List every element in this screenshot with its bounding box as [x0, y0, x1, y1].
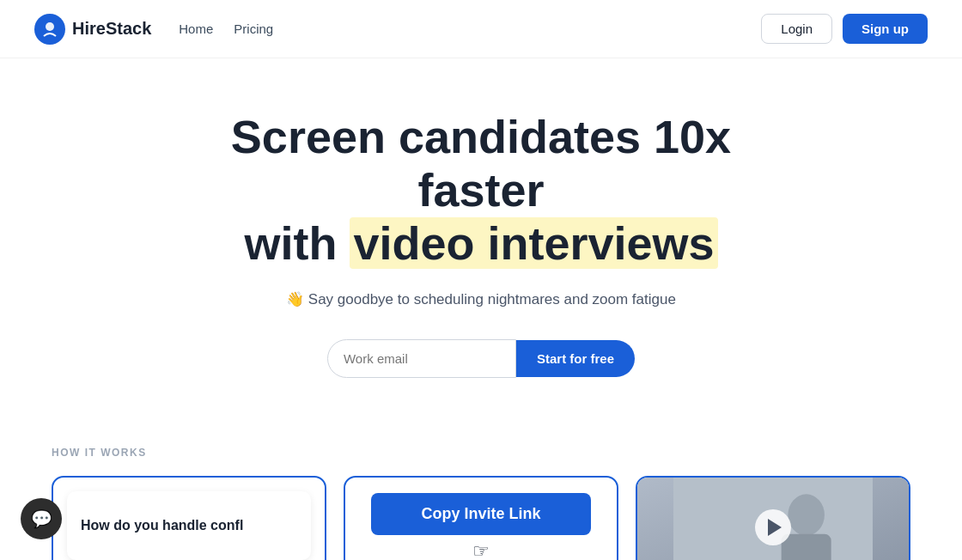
signup-button[interactable]: Sign up: [843, 14, 928, 44]
cursor-icon: ☞: [472, 540, 490, 560]
nav-links: Home Pricing: [179, 21, 273, 36]
hero-title-line1: Screen candidates 10x faster: [231, 111, 731, 216]
logo[interactable]: HireStack: [34, 14, 151, 45]
hero-cta: Start for free: [327, 339, 635, 378]
copy-invite-link-button[interactable]: Copy Invite Link: [371, 493, 591, 535]
cards-row: How do you handle confl Copy Invite Link…: [52, 476, 910, 560]
svg-point-0: [46, 22, 54, 31]
hero-subtitle: 👋 Say goodbye to scheduling nightmares a…: [286, 290, 676, 308]
play-button[interactable]: [755, 509, 791, 545]
nav-link-home[interactable]: Home: [179, 21, 213, 36]
card-invite-center: Copy Invite Link ☞: [345, 478, 617, 560]
logo-icon: [34, 14, 65, 45]
card-video-content: [637, 478, 909, 560]
hero-emoji: 👋: [286, 291, 304, 307]
hero-title: Screen candidates 10x faster with video …: [180, 110, 782, 270]
card-question-inner: How do you handle confl: [67, 491, 311, 560]
chat-icon: 💬: [31, 508, 52, 529]
navbar: HireStack Home Pricing Login Sign up: [0, 0, 962, 58]
hero-title-line2-plain: with: [244, 217, 350, 269]
svg-point-2: [788, 495, 825, 536]
login-button[interactable]: Login: [761, 14, 832, 44]
email-input[interactable]: [327, 339, 516, 378]
hero-subtitle-text: Say goodbye to scheduling nightmares and…: [304, 291, 676, 307]
hero-title-highlight: video interviews: [350, 217, 717, 269]
card-question: How do you handle confl: [52, 476, 326, 560]
play-icon: [768, 519, 782, 536]
section-label: HOW IT WORKS: [52, 447, 910, 459]
card-question-text: How do you handle confl: [81, 518, 243, 533]
card-video: [636, 476, 910, 560]
hero-section: Screen candidates 10x faster with video …: [0, 58, 962, 412]
nav-link-pricing[interactable]: Pricing: [234, 21, 273, 36]
how-it-works-section: HOW IT WORKS How do you handle confl Cop…: [0, 412, 962, 560]
chat-widget[interactable]: 💬: [21, 498, 62, 539]
logo-text: HireStack: [72, 19, 151, 39]
card-invite: Copy Invite Link ☞: [344, 476, 618, 560]
nav-left: HireStack Home Pricing: [34, 14, 273, 45]
svg-rect-3: [782, 534, 831, 560]
start-for-free-button[interactable]: Start for free: [516, 340, 635, 377]
nav-right: Login Sign up: [761, 14, 928, 44]
